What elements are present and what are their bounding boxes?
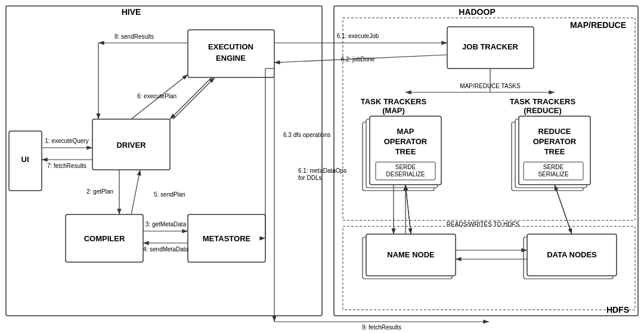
compiler-box: COMPILER bbox=[84, 234, 125, 243]
arrow-62-label: 6.2: jobDone bbox=[341, 56, 375, 63]
arrow-63-label: 6.3 dfs operations bbox=[283, 132, 331, 138]
task-trackers-reduce-label2: (REDUCE) bbox=[524, 106, 562, 115]
arrow-4-label: 4: sendMetaData bbox=[143, 246, 189, 253]
arrow-2-label: 2: getPlan bbox=[86, 188, 113, 195]
arrow-1-label: 1: executeQuery bbox=[45, 138, 88, 144]
map-operator-tree-box3: TREE bbox=[395, 147, 416, 156]
arrow-3-label: 3: getMetaData bbox=[145, 221, 187, 228]
arrow-61b-label2: for DDLs bbox=[298, 175, 321, 181]
arrow-6-label: 6: executePlan bbox=[137, 93, 177, 99]
serde-serialize-label: SERDE bbox=[543, 164, 564, 170]
svg-line-50 bbox=[555, 185, 572, 234]
driver-box: DRIVER bbox=[116, 141, 146, 150]
execution-engine-box: EXECUTION bbox=[208, 42, 253, 51]
serde-deserialize-label2: DESERIALIZE bbox=[386, 171, 425, 178]
serde-deserialize-label: SERDE bbox=[395, 164, 416, 170]
ui-box: UI bbox=[21, 155, 29, 164]
hdfs-label: HDFS bbox=[606, 305, 629, 315]
map-operator-tree-box: MAP bbox=[397, 127, 414, 136]
task-trackers-map-label: TASK TRACKERS bbox=[361, 97, 427, 106]
svg-line-55 bbox=[405, 185, 411, 234]
task-trackers-reduce-label: TASK TRACKERS bbox=[510, 97, 576, 106]
serde-serialize-label2: SERIALIZE bbox=[538, 171, 568, 178]
reduce-operator-tree-box3: TREE bbox=[544, 147, 565, 156]
map-operator-tree-box2: OPERATOR bbox=[384, 137, 428, 146]
job-tracker-box: JOB TRACKER bbox=[462, 42, 519, 51]
execution-engine-box2: ENGINE bbox=[216, 54, 246, 63]
arrow-61b-label: 6.1: metaDataOps bbox=[298, 167, 346, 174]
data-nodes-box: DATA NODES bbox=[547, 250, 597, 259]
arrow-9-label: 9: fetchResults bbox=[362, 324, 401, 331]
name-node-box: NAME NODE bbox=[387, 250, 435, 259]
svg-line-34 bbox=[131, 170, 140, 214]
mapreduce-tasks-label: MAP/REDUCE TASKS bbox=[460, 83, 521, 89]
arrow-7-label: 7: fetchResults bbox=[47, 163, 86, 169]
hadoop-label: HADOOP bbox=[459, 7, 495, 17]
hive-label: HIVE bbox=[122, 7, 141, 17]
metastore-box: METASTORE bbox=[203, 234, 251, 243]
arrow-61-label: 6.1: executeJob bbox=[337, 33, 379, 39]
reduce-operator-tree-box2: OPERATOR bbox=[533, 137, 577, 146]
mapreduce-label: MAP/REDUCE bbox=[570, 20, 626, 30]
svg-line-32 bbox=[173, 77, 215, 119]
arrow-5-label: 5: sendPlan bbox=[154, 191, 185, 198]
reads-writes-label: READS/WRITES TO HDFS bbox=[447, 221, 520, 228]
reduce-operator-tree-box: REDUCE bbox=[538, 127, 571, 136]
arrow-8-label: 8: sendResults bbox=[114, 33, 154, 40]
task-trackers-map-label2: (MAP) bbox=[382, 106, 405, 115]
